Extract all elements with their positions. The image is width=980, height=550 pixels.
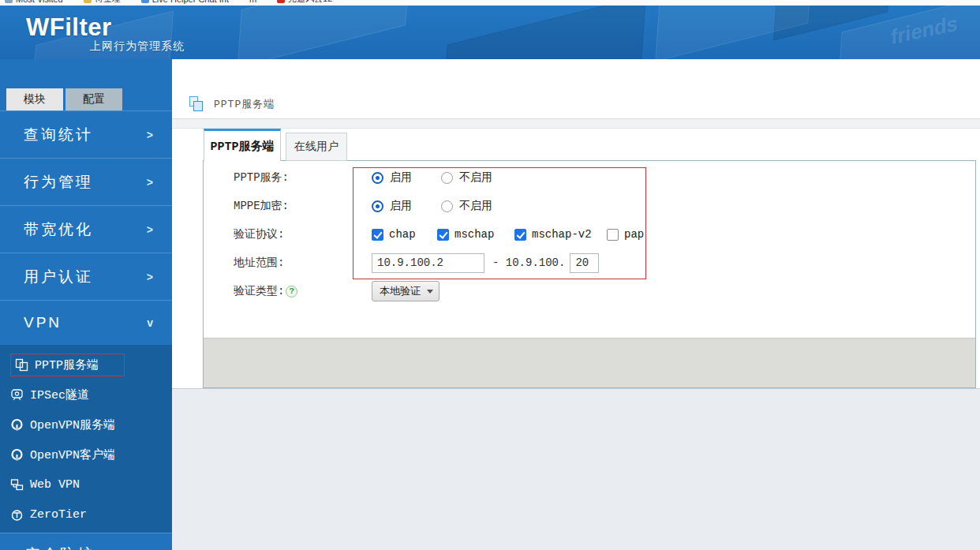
checkbox-mschap[interactable]: mschap [437, 228, 514, 241]
sidebar-menu: 查询统计 > 行为管理 > 带宽优化 > 用户认证 > VPN v [0, 110, 172, 550]
bookmark-item[interactable]: 待整理 [84, 0, 121, 5]
radio-mppe-enable[interactable]: 启用 [372, 199, 412, 213]
sidebar-item-vpn[interactable]: VPN v [0, 300, 172, 345]
vpn-submenu: PPTP服务端 IPSec隧道 OpenVPN服务端 [0, 345, 172, 533]
openvpn-icon [10, 448, 24, 462]
checkbox-label: chap [389, 228, 416, 241]
select-value: 本地验证 [380, 284, 421, 298]
field-label: 验证协议: [234, 227, 372, 241]
red-favicon [277, 0, 285, 3]
tab-pptp-server[interactable]: PPTP服务端 [204, 129, 281, 161]
address-start-input[interactable] [372, 253, 484, 273]
zerotier-icon [10, 508, 24, 522]
address-end-input[interactable] [570, 253, 599, 273]
field-label: MPPE加密: [234, 199, 372, 213]
radio-on-icon [372, 172, 383, 184]
sidebar-item-pptp-server[interactable]: PPTP服务端 [0, 350, 172, 380]
radio-off-icon [441, 172, 453, 184]
radio-label: 启用 [390, 170, 412, 185]
wfilter-logo: WFilter [26, 13, 112, 42]
checkbox-label: mschap-v2 [532, 228, 592, 241]
sidebar-item-user-auth[interactable]: 用户认证 > [0, 253, 172, 300]
tab-online-users[interactable]: 在线用户 [286, 133, 347, 161]
sidebar-item-openvpn-server[interactable]: OpenVPN服务端 [0, 410, 172, 440]
checkbox-label: pap [624, 228, 644, 241]
radio-pptp-enable[interactable]: 启用 [372, 170, 412, 185]
submenu-label: OpenVPN客户端 [30, 447, 115, 462]
sidebar-item-behavior[interactable]: 行为管理 > [0, 158, 172, 205]
sidebar-item-zerotier[interactable]: ZeroTier [0, 499, 172, 529]
checkbox-checked-icon [437, 229, 449, 241]
auth-type-select[interactable]: 本地验证 [372, 281, 440, 301]
chevron-right-icon: > [147, 223, 153, 236]
menu-label: 行为管理 [24, 172, 93, 193]
radio-label: 不启用 [459, 199, 492, 213]
selected-annotation-box: PPTP服务端 [10, 354, 125, 376]
submenu-label: OpenVPN服务端 [30, 417, 115, 432]
tab-modules[interactable]: 模块 [6, 88, 63, 110]
checkbox-checked-icon [372, 229, 383, 241]
bookmark-label: Most Visited [16, 0, 63, 4]
radio-mppe-disable[interactable]: 不启用 [441, 199, 492, 213]
radio-on-icon [372, 200, 383, 212]
submenu-label: PPTP服务端 [35, 357, 99, 372]
keyboard-pattern [238, 6, 410, 59]
checkbox-mschap-v2[interactable]: mschap-v2 [514, 228, 607, 241]
sidebar-item-web-vpn[interactable]: Web VPN [0, 470, 172, 499]
pages-icon [15, 358, 28, 372]
submenu-label: ZeroTier [30, 508, 87, 522]
bookmark-label: 光速风云12 [288, 0, 332, 5]
network-icon [10, 478, 24, 492]
radio-off-icon [441, 200, 453, 212]
menu-label: 用户认证 [24, 267, 93, 287]
form-row-mppe: MPPE加密: 启用 不启用 [204, 192, 975, 220]
form-row-pptp-service: PPTP服务: 启用 不启用 [204, 163, 975, 192]
bookmark-item[interactable]: Live Helper Chat Int [141, 0, 229, 4]
help-icon[interactable]: ? [286, 286, 297, 297]
radio-label: 不启用 [459, 170, 492, 185]
chat-icon [141, 0, 149, 3]
page-background [172, 388, 980, 550]
radio-pptp-disable[interactable]: 不启用 [441, 170, 492, 185]
pptp-settings-panel: PPTP服务: 启用 不启用 MPPE加密: 启用 不启用 [203, 160, 976, 388]
chevron-down-icon [427, 290, 433, 294]
chevron-right-icon: > [147, 176, 153, 189]
bookmark-item[interactable]: Most Visited [5, 0, 63, 4]
sidebar-item-ipsec-tunnel[interactable]: IPSec隧道 [0, 380, 172, 410]
submenu-label: Web VPN [30, 478, 80, 492]
field-label: 地址范围: [234, 256, 372, 270]
checkbox-checked-icon [514, 229, 526, 241]
main-content: PPTP服务端 PPTP服务端 在线用户 PPTP服务: 启用 不启用 MPPE… [172, 59, 980, 550]
sidebar-item-security-partial[interactable]: 安全防护 [0, 533, 172, 550]
bookmark-item[interactable]: 光速风云12 [277, 0, 332, 5]
checkbox-pap[interactable]: pap [607, 228, 644, 241]
sidebar-item-openvpn-client[interactable]: OpenVPN客户端 [0, 440, 172, 470]
panel-footer [204, 338, 975, 387]
sidebar-item-bandwidth[interactable]: 带宽优化 > [0, 205, 172, 253]
bookmark-label: 待整理 [95, 0, 121, 5]
checkbox-unchecked-icon [607, 229, 619, 241]
menu-label: 带宽优化 [24, 219, 93, 240]
divider-band [172, 118, 980, 129]
checkbox-chap[interactable]: chap [372, 228, 437, 241]
checkbox-label: mschap [454, 228, 494, 241]
app-header: friends WFilter 上网行为管理系统 [0, 6, 980, 59]
page-title: PPTP服务端 [214, 97, 275, 111]
radio-label: 启用 [390, 199, 412, 213]
menu-label: 安全防护 [25, 544, 172, 550]
browser-bookmarks-bar: Most Visited 待整理 Live Helper Chat Int m … [0, 0, 980, 6]
chevron-right-icon: > [147, 271, 153, 283]
globe-icon [5, 0, 13, 3]
form-row-auth-protocols: 验证协议: chap mschap mschap-v2 pap [204, 220, 975, 249]
pages-icon [189, 96, 204, 111]
keyboard-pattern [443, 6, 646, 59]
openvpn-icon [10, 418, 24, 432]
tab-config[interactable]: 配置 [65, 88, 122, 110]
field-label-text: 验证类型: [234, 284, 284, 298]
field-label: 验证类型: ? [234, 284, 372, 298]
chevron-down-icon: v [147, 316, 153, 329]
form-row-auth-type: 验证类型: ? 本地验证 [204, 277, 975, 305]
sidebar: 模块 配置 查询统计 > 行为管理 > 带宽优化 > 用户认证 > VPN v [0, 59, 172, 550]
bookmark-item[interactable]: m [249, 0, 256, 4]
sidebar-item-query-stats[interactable]: 查询统计 > [0, 110, 172, 158]
